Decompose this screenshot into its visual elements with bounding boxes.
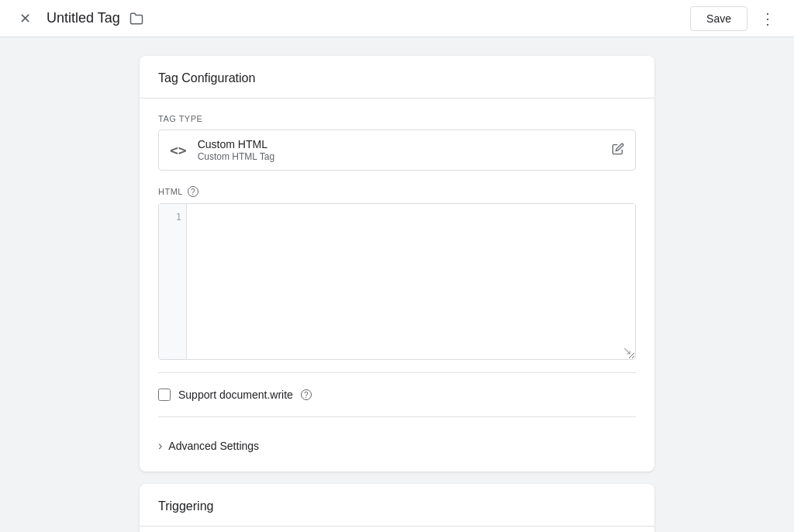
edit-icon[interactable]	[612, 143, 624, 158]
divider-1	[158, 372, 636, 373]
chevron-right-icon: ›	[158, 439, 162, 453]
doc-write-info-icon[interactable]: ?	[301, 389, 312, 400]
triggering-body: Choose a trigger to make this tag fire..…	[140, 527, 654, 532]
support-doc-write-checkbox[interactable]	[158, 389, 171, 401]
tag-type-selector[interactable]: <> Custom HTML Custom HTML Tag	[158, 130, 636, 171]
html-label: HTML ?	[158, 186, 636, 197]
tag-type-label: Tag Type	[158, 114, 636, 123]
html-section: HTML ? 1 ↘	[158, 186, 636, 360]
topbar: ✕ Untitled Tag Save ⋮	[0, 0, 794, 37]
tag-configuration-card: Tag Configuration Tag Type <> Custom HTM…	[140, 56, 654, 472]
save-button[interactable]: Save	[690, 6, 747, 31]
advanced-settings-row[interactable]: › Advanced Settings	[158, 430, 636, 456]
support-doc-write-label[interactable]: Support document.write	[178, 389, 293, 401]
page-title: Untitled Tag	[47, 10, 120, 26]
resize-handle-icon: ↘	[623, 345, 632, 356]
support-doc-write-row: Support document.write ?	[158, 385, 636, 404]
html-info-icon[interactable]: ?	[188, 186, 198, 197]
close-button[interactable]: ✕	[12, 6, 37, 31]
topbar-left: ✕ Untitled Tag	[12, 6, 690, 31]
tag-type-left: <> Custom HTML Custom HTML Tag	[170, 138, 274, 162]
triggering-card: Triggering Choose a trigger to make this…	[140, 484, 654, 532]
more-menu-button[interactable]: ⋮	[754, 5, 782, 33]
advanced-settings-label: Advanced Settings	[168, 440, 259, 452]
tag-type-info: Custom HTML Custom HTML Tag	[198, 138, 274, 162]
tag-configuration-body: Tag Type <> Custom HTML Custom HTML Tag	[140, 98, 654, 472]
html-label-text: HTML	[158, 187, 183, 196]
line-number-1: 1	[164, 210, 181, 225]
triggering-header: Triggering	[140, 484, 654, 527]
main-content: Tag Configuration Tag Type <> Custom HTM…	[0, 37, 794, 532]
code-editor: 1 ↘	[158, 203, 636, 360]
folder-icon[interactable]	[129, 12, 143, 26]
tag-type-desc: Custom HTML Tag	[198, 151, 274, 162]
divider-2	[158, 416, 636, 417]
topbar-right: Save ⋮	[690, 5, 782, 33]
tag-type-name: Custom HTML	[198, 138, 274, 150]
tag-configuration-header: Tag Configuration	[140, 56, 654, 98]
html-code-textarea[interactable]	[187, 204, 635, 359]
custom-html-icon: <>	[170, 142, 187, 158]
line-numbers: 1	[159, 204, 187, 359]
